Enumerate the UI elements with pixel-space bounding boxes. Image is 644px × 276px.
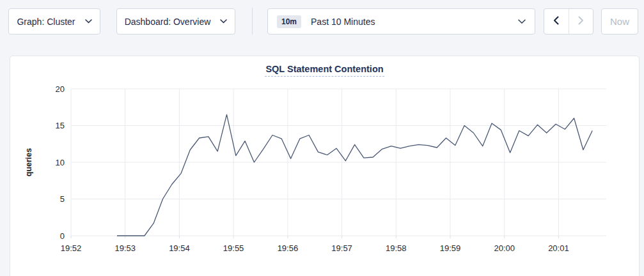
time-range-badge: 10m — [277, 15, 301, 28]
chevron-left-icon — [552, 15, 561, 28]
svg-text:20:00: 20:00 — [494, 243, 515, 253]
chevron-down-icon — [85, 19, 92, 24]
svg-text:20:01: 20:01 — [548, 243, 569, 253]
dashboard-dropdown[interactable]: Dashboard: Overview — [116, 8, 235, 34]
dashboard-dropdown-label: Dashboard: Overview — [125, 17, 211, 27]
chart-card: SQL Statement Contention 0510152019:5219… — [10, 56, 640, 276]
svg-text:19:57: 19:57 — [331, 243, 352, 253]
svg-text:19:55: 19:55 — [223, 243, 244, 253]
svg-text:5: 5 — [60, 194, 65, 204]
chevron-down-icon — [220, 19, 227, 24]
now-button-label: Now — [610, 16, 629, 27]
svg-text:19:54: 19:54 — [169, 243, 190, 253]
time-range-label: Past 10 Minutes — [311, 17, 515, 27]
next-time-button[interactable] — [569, 9, 593, 34]
svg-text:0: 0 — [60, 231, 65, 241]
chevron-down-icon — [518, 19, 526, 24]
svg-text:19:58: 19:58 — [386, 243, 407, 253]
svg-text:20: 20 — [56, 84, 65, 94]
toolbar-divider — [252, 8, 253, 34]
svg-text:19:52: 19:52 — [61, 243, 82, 253]
svg-text:queries: queries — [24, 148, 33, 177]
graph-dropdown[interactable]: Graph: Cluster — [8, 8, 100, 34]
toolbar: Graph: Cluster Dashboard: Overview 10m P… — [0, 0, 644, 45]
time-range-selector[interactable]: 10m Past 10 Minutes — [267, 8, 535, 34]
graph-dropdown-label: Graph: Cluster — [17, 17, 75, 27]
now-button[interactable]: Now — [601, 8, 638, 34]
svg-text:19:59: 19:59 — [440, 243, 461, 253]
sql-contention-line-chart[interactable]: 0510152019:5219:5319:5419:5519:5619:5719… — [10, 56, 640, 276]
svg-text:15: 15 — [56, 121, 65, 130]
svg-text:19:53: 19:53 — [114, 243, 136, 253]
svg-text:19:56: 19:56 — [278, 243, 299, 253]
time-nav-group — [544, 8, 593, 34]
svg-text:10: 10 — [56, 158, 65, 167]
prev-time-button[interactable] — [544, 9, 569, 34]
chevron-right-icon — [576, 15, 585, 28]
